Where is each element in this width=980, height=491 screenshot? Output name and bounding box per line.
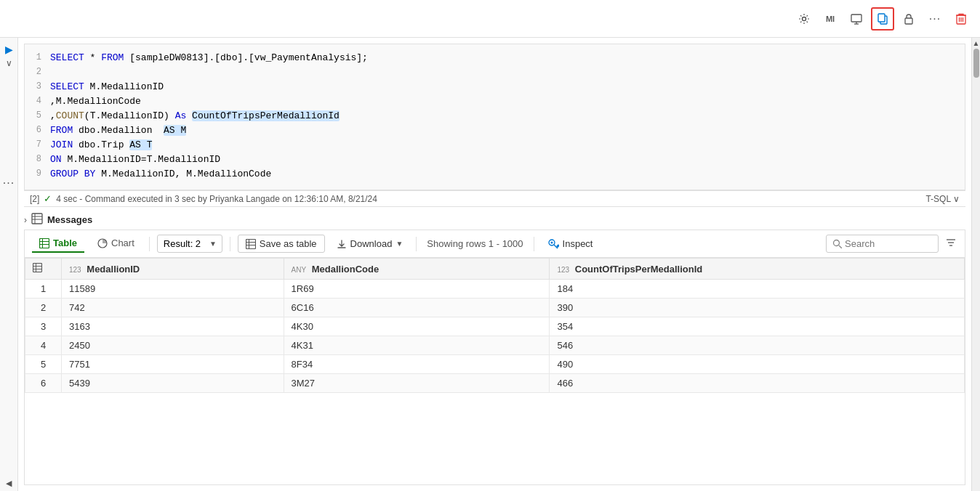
col-header-row-num [25,259,62,280]
svg-rect-1 [851,15,861,22]
cell-medallion-code-2: 6C16 [284,299,550,317]
svg-rect-12 [32,214,42,224]
more-options[interactable]: ··· [3,176,15,190]
divider-3 [416,237,417,251]
inspect-btn[interactable]: Inspect [542,235,599,253]
code-line-1: 1 SELECT * FROM [sampleDW0813].[dbo].[vw… [25,52,965,66]
inspect-label: Inspect [563,238,593,249]
scroll-up-arrow[interactable]: ▲ [973,39,980,47]
content-panel: 1 SELECT * FROM [sampleDW0813].[dbo].[vw… [18,38,971,491]
cell-medallion-code-4: 4K31 [284,336,550,355]
svg-rect-35 [33,264,42,272]
chart-tab-label: Chart [111,238,134,248]
divider-2 [230,237,230,251]
cell-medallion-id-3: 3163 [62,317,284,336]
settings-toolbar-btn[interactable] [792,7,816,31]
mi-toolbar-btn[interactable]: MI [819,7,842,31]
download-label: Download [350,238,393,249]
status-check-icon: ✓ [44,193,52,204]
table-row[interactable]: 5 7751 8F34 490 [25,355,965,374]
cell-medallion-code-6: 3M27 [284,374,550,393]
code-editor[interactable]: 1 SELECT * FROM [sampleDW0813].[dbo].[vw… [24,44,965,190]
right-scrollbar[interactable]: ▲ [971,38,980,491]
scroll-thumb[interactable] [973,49,979,78]
table-row[interactable]: 3 3163 4K30 354 [25,317,965,336]
svg-rect-16 [40,238,49,248]
col-header-medallion-id: 123 MedallionID [62,259,284,280]
table-header-row: 123 MedallionID ANY MedallionCode 123 Co… [25,259,965,280]
messages-section: › Messages [18,207,971,230]
svg-line-31 [839,246,842,248]
lock-toolbar-btn[interactable] [897,7,920,31]
table-row[interactable]: 2 742 6C16 390 [25,299,965,317]
chart-tab[interactable]: Chart [90,235,142,253]
messages-table-icon [31,213,43,227]
cell-medallion-code-1: 1R69 [284,280,550,299]
row-num-6: 6 [25,374,62,393]
status-message: 4 sec - Command executed in 3 sec by Pri… [56,194,377,204]
cell-medallion-id-5: 7751 [62,355,284,374]
search-icon [832,239,842,248]
code-line-8: 8 ON M.MedallionID=T.MedallionID [25,153,965,168]
monitor-toolbar-btn[interactable] [845,7,868,31]
row-num-5: 5 [25,355,62,374]
cell-count-3: 354 [550,317,965,336]
col-count-label: CountOfTripsPerMedallionId [575,264,703,275]
save-as-table-label: Save as table [260,238,317,249]
svg-point-27 [550,241,553,243]
status-left: [2] ✓ 4 sec - Command executed in 3 sec … [30,193,377,204]
code-line-9: 9 GROUP BY M.MedallionID, M.MedallionCod… [25,168,965,182]
more-toolbar-btn[interactable]: ··· [923,7,947,31]
data-table: 123 MedallionID ANY MedallionCode 123 Co… [25,258,965,393]
language-indicator[interactable]: T-SQL ∨ [925,194,960,204]
col-header-medallion-code: ANY MedallionCode [284,259,550,280]
table-grid-icon [33,263,42,272]
col-medallion-id-label: MedallionID [87,264,140,275]
result-select[interactable]: Result: 1 Result: 2 Result: 3 [157,235,222,253]
search-input[interactable] [845,238,932,249]
results-area: Table Chart Result: 1 Result: 2 Result: … [24,230,965,485]
cell-medallion-id-2: 742 [62,299,284,317]
table-tab[interactable]: Table [32,235,84,253]
table-row[interactable]: 1 11589 1R69 184 [25,280,965,299]
download-arrow-icon: ▼ [395,240,403,248]
messages-expand-btn[interactable]: › [24,215,27,225]
table-row[interactable]: 4 2450 4K31 546 [25,336,965,355]
left-edge-arrow[interactable]: ◀ [6,479,12,488]
result-selector-wrapper[interactable]: Result: 1 Result: 2 Result: 3 ▼ [157,235,222,253]
results-toolbar: Table Chart Result: 1 Result: 2 Result: … [25,230,965,258]
download-btn[interactable]: Download ▼ [331,235,409,252]
row-num-2: 2 [25,299,62,317]
row-num-1: 1 [25,280,62,299]
messages-label: Messages [47,214,92,225]
copy-toolbar-btn[interactable] [871,7,894,31]
showing-rows-text: Showing rows 1 - 1000 [427,238,523,249]
code-line-7: 7 JOIN dbo.Trip AS T [25,139,965,153]
delete-toolbar-btn[interactable] [949,7,973,31]
cell-medallion-code-5: 8F34 [284,355,550,374]
col-medallion-code-label: MedallionCode [312,264,379,275]
code-line-5: 5 ,COUNT(T.MedallionID) As CountOfTripsP… [25,110,965,124]
cell-count-1: 184 [550,280,965,299]
code-line-3: 3 SELECT M.MedallionID [25,81,965,95]
search-box[interactable] [826,235,939,253]
filter-btn[interactable] [944,238,957,250]
cell-count-5: 490 [550,355,965,374]
code-line-2: 2 [25,66,965,81]
top-toolbar: MI ··· [0,0,980,38]
col-header-count: 123 CountOfTripsPerMedallionId [550,259,965,280]
cell-count-6: 466 [550,374,965,393]
code-line-6: 6 FROM dbo.Medallion AS M [25,124,965,139]
divider-1 [149,237,150,251]
cell-count-2: 390 [550,299,965,317]
cell-medallion-id-1: 11589 [62,280,284,299]
cell-medallion-id-6: 5439 [62,374,284,393]
save-as-table-btn[interactable]: Save as table [238,235,325,253]
data-table-wrapper[interactable]: 123 MedallionID ANY MedallionCode 123 Co… [25,258,965,484]
table-row[interactable]: 6 5439 3M27 466 [25,374,965,393]
divider-4 [534,237,534,251]
svg-rect-6 [905,18,912,24]
result-badge: [2] [30,194,39,204]
expand-button[interactable]: ∨ [6,58,12,68]
run-button[interactable]: ▶ [5,44,13,55]
